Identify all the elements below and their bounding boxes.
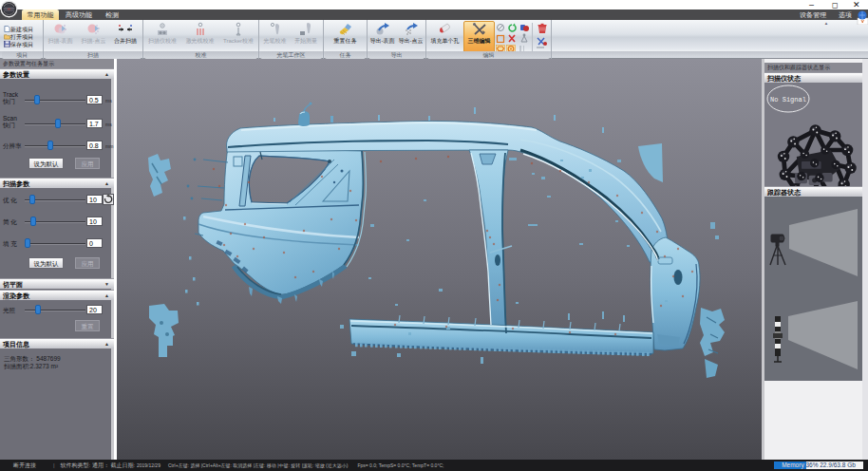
svg-text:No Signal: No Signal <box>770 96 806 104</box>
